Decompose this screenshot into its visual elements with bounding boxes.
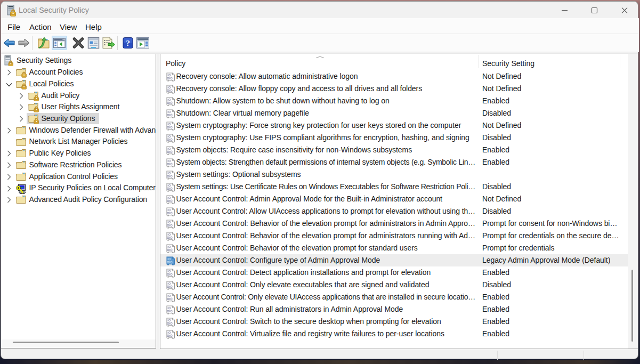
svg-text:?: ? [126, 38, 130, 47]
